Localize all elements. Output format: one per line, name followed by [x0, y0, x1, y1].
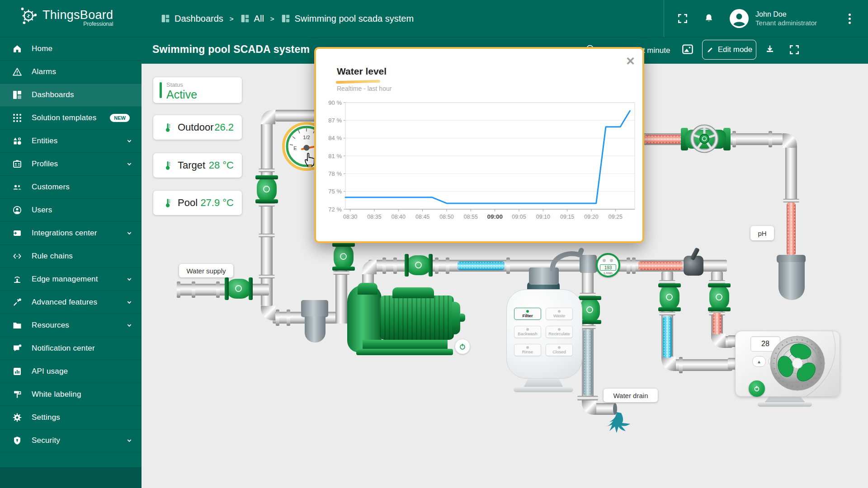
edit-mode-label: Edit mode — [718, 45, 753, 54]
heat-pump-up-button[interactable]: ▲ — [752, 356, 766, 367]
modal-title-underline — [336, 80, 380, 84]
fullscreen-icon[interactable] — [677, 13, 689, 24]
tank-mode-button-waste[interactable]: Waste — [546, 308, 573, 320]
pipe-flange — [382, 258, 386, 274]
sidebar-item-settings[interactable]: Settings — [0, 406, 142, 429]
user-role: Tenant administrator — [755, 19, 817, 27]
chevron-down-icon — [124, 136, 134, 146]
chevron-down-icon — [124, 159, 134, 169]
sidebar-item-integrations-center[interactable]: Integrations center — [0, 222, 142, 245]
sidebar-item-dashboards[interactable]: Dashboards — [0, 84, 142, 107]
pump-motor-hump — [392, 287, 434, 298]
chevron-down-icon — [124, 297, 134, 307]
svg-text:09:10: 09:10 — [536, 214, 550, 220]
green-valve[interactable] — [226, 279, 251, 299]
advanced-features-icon — [12, 297, 23, 308]
water-level-line-chart: 72 %75 %78 %81 %84 %87 %90 %08:3008:3508… — [323, 92, 639, 225]
breadcrumb-item[interactable]: Swimming pool scada system — [281, 14, 414, 24]
sidebar-item-solution-templates[interactable]: Solution templatesNEW — [0, 107, 142, 130]
sidebar-item-customers[interactable]: Customers — [0, 176, 142, 199]
logo-title: ThingsBoard — [42, 8, 113, 22]
sidebar-item-alarms[interactable]: Alarms — [0, 61, 142, 84]
breadcrumb-label: Swimming pool scada system — [295, 14, 414, 24]
breadcrumb-item[interactable]: All — [240, 14, 264, 24]
sidebar-item-rule-chains[interactable]: Rule chains — [0, 245, 142, 268]
edit-mode-button[interactable]: Edit mode — [702, 40, 756, 60]
alarms-icon — [12, 66, 23, 77]
sidebar-item-resources[interactable]: Resources — [0, 314, 142, 337]
svg-text:09:25: 09:25 — [609, 214, 623, 220]
sidebar-item-profiles[interactable]: Profiles — [0, 153, 142, 176]
svg-text:08:45: 08:45 — [415, 214, 429, 220]
sidebar-item-label: Users — [32, 206, 134, 215]
sidebar-item-security[interactable]: Security — [0, 429, 142, 452]
sidebar-item-label: Dashboards — [32, 90, 134, 99]
water-level-modal: ✕ Water level Realtime - last hour 72 %7… — [314, 47, 644, 243]
sidebar-item-entities[interactable]: Entities — [0, 130, 142, 153]
water-drain-label: Water drain — [604, 389, 658, 402]
user-avatar[interactable] — [729, 9, 749, 28]
green-valve[interactable] — [660, 285, 679, 310]
sidebar-item-advanced-features[interactable]: Advanced features — [0, 291, 142, 314]
notifications-bell-icon[interactable] — [703, 13, 715, 24]
pipe-flange — [276, 310, 279, 326]
pipe-segment-chemical — [787, 202, 796, 256]
pipe-elbow — [582, 400, 596, 415]
modal-close-button[interactable]: ✕ — [626, 56, 635, 66]
sidebar-item-white-labeling[interactable]: White labeling — [0, 383, 142, 406]
temperature-card-target: Target 28 °C — [153, 153, 242, 178]
tank-mode-button-closed[interactable]: Closed — [546, 344, 573, 356]
ball-valve[interactable] — [684, 256, 703, 276]
green-valve[interactable] — [334, 244, 354, 269]
sidebar-item-label: Solution templates — [32, 113, 110, 122]
api-usage-icon — [12, 366, 23, 377]
user-info[interactable]: John Doe Tenant administrator — [755, 10, 817, 27]
pipe-segment-drain — [583, 329, 592, 396]
tank-mode-button-filter[interactable]: Filter — [514, 308, 541, 320]
gate-valve-handwheel[interactable] — [689, 123, 720, 154]
mode-label: Recirculate — [548, 331, 570, 336]
pipe-flange — [627, 258, 630, 274]
status-label: Status — [166, 81, 183, 88]
temperature-value: 26.2 — [214, 122, 234, 133]
green-valve[interactable] — [580, 297, 600, 323]
temperature-value: 28 °C — [209, 160, 234, 171]
tank-pedestal — [524, 378, 563, 388]
entities-icon — [12, 136, 23, 146]
sidebar-item-notification-center[interactable]: Notification center — [0, 337, 142, 360]
sidebar-item-users[interactable]: Users — [0, 199, 142, 222]
security-icon — [12, 435, 23, 446]
green-valve[interactable] — [709, 285, 729, 310]
thingsboard-logo[interactable]: ThingsBoard Professional — [18, 5, 113, 27]
chevron-down-icon — [124, 320, 134, 330]
pipe — [275, 110, 319, 122]
sidebar-item-home[interactable]: Home — [0, 38, 142, 61]
multiport-handle[interactable] — [550, 248, 585, 271]
svg-text:90 %: 90 % — [328, 99, 342, 106]
resources-icon — [12, 320, 23, 331]
green-valve[interactable] — [406, 255, 431, 275]
valve-indicator — [586, 306, 593, 313]
download-icon[interactable] — [764, 44, 776, 56]
image-widget-icon[interactable] — [681, 42, 694, 56]
sidebar-item-edge-management[interactable]: Edge management — [0, 268, 142, 291]
tank-mode-button-recirculate[interactable]: Recirculate — [546, 326, 573, 338]
heat-pump-power-button[interactable] — [749, 380, 765, 397]
sidebar-item-api-usage[interactable]: API usage — [0, 360, 142, 383]
chevron-down-icon — [124, 436, 134, 446]
more-menu-icon[interactable] — [849, 14, 851, 24]
tank-mode-button-backwash[interactable]: Backwash — [514, 326, 541, 338]
breadcrumb-item[interactable]: Dashboards — [160, 14, 223, 24]
pipe — [785, 147, 797, 202]
pipe-flange — [259, 275, 275, 278]
pipe-segment-chemical — [644, 135, 683, 144]
water-level-chart: 72 %75 %78 %81 %84 %87 %90 %08:3008:3508… — [323, 92, 639, 227]
water-supply-label: Water supply — [179, 264, 233, 277]
pump-power-button[interactable] — [455, 339, 470, 354]
flow-meter[interactable]: 193 L/min — [596, 253, 620, 277]
tank-mode-button-rinse[interactable]: Rinse — [514, 344, 541, 356]
green-valve[interactable] — [257, 177, 277, 202]
chevron-down-icon — [124, 274, 134, 284]
pump-motor-cap — [452, 302, 460, 334]
dashboard-fullscreen-icon[interactable] — [788, 44, 800, 56]
